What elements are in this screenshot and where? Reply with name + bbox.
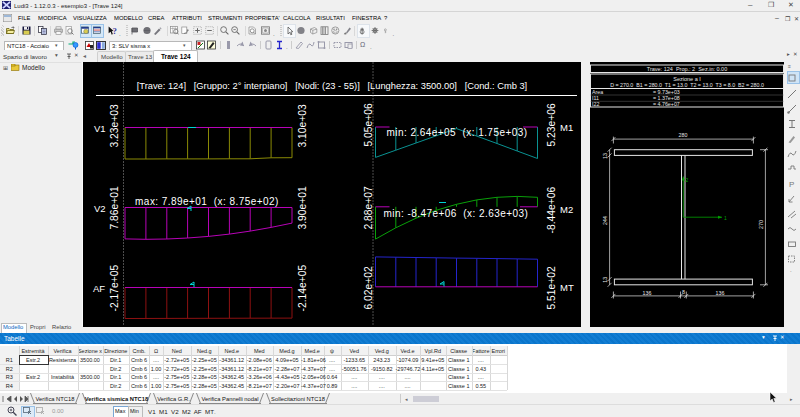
svg-text:= 4.76e+07: = 4.76e+07 [653,101,680,107]
svg-text:Trave: 124 Prop.: 2 Sez.in:: Trave: 124 Prop.: 2 Sez.in: 0.00 [647,65,728,71]
svg-text:7.86e+01: 7.86e+01 [109,185,120,229]
svg-text:3.23e+03: 3.23e+03 [109,103,120,147]
svg-text:MT: MT [560,281,574,292]
svg-text:[Trave: 124] [Gruppo: 2° int: [Trave: 124] [Gruppo: 2° interpiano] [No… [137,80,527,90]
svg-text:Area: Area [592,88,603,94]
svg-text:3.10e+03: 3.10e+03 [297,103,308,147]
svg-text:max: 7.89e+01 (x: 8.75e+02): max: 7.89e+01 (x: 8.75e+02) [135,195,279,206]
svg-text:5.23e+06: 5.23e+06 [546,102,557,146]
svg-text:-2.17e+05: -2.17e+05 [109,264,120,311]
svg-text:-2.14e+05: -2.14e+05 [297,264,308,311]
svg-text:5.05e+06: 5.05e+06 [363,102,374,146]
svg-text:min: 2.64e+05 (x: 1.75e+03): min: 2.64e+05 (x: 1.75e+03) [386,127,527,138]
svg-text:I22: I22 [592,101,599,107]
svg-text:5.51e+02: 5.51e+02 [546,265,557,309]
svg-text:2.88e+07: 2.88e+07 [363,185,374,229]
svg-text:244: 244 [602,216,608,225]
svg-text:-8.44e+06: -8.44e+06 [546,186,557,233]
svg-text:13: 13 [602,153,608,159]
svg-text:M2: M2 [560,203,573,214]
svg-text:?: ? [113,26,117,36]
svg-text:270: 270 [758,220,764,229]
svg-text:M1: M1 [560,121,573,132]
svg-text:8: 8 [682,288,685,294]
svg-text:6.02e+02: 6.02e+02 [363,265,374,309]
svg-text:= 1.37e+08: = 1.37e+08 [653,95,680,101]
svg-text:V1: V1 [94,122,106,133]
svg-text:136: 136 [643,289,652,295]
svg-text:Sezione a I: Sezione a I [673,75,701,81]
svg-text:13: 13 [602,276,608,282]
svg-text:= 9.73e+03: = 9.73e+03 [653,88,680,94]
svg-text:V2: V2 [94,202,106,213]
svg-text:I11: I11 [592,95,599,101]
svg-text:D = 270.0 B1 = 280.0 T1 = 13: D = 270.0 B1 = 280.0 T1 = 13.0 T2 = 13.0… [610,81,764,87]
svg-text:280: 280 [679,132,688,138]
svg-text:3.90e+01: 3.90e+01 [297,185,308,229]
svg-text:P: P [789,180,794,189]
svg-text:1: 1 [724,214,727,220]
svg-text:136: 136 [716,289,725,295]
svg-text:AF: AF [93,282,105,293]
svg-text:min: -8.47e+06 (x: 2.63e+03): min: -8.47e+06 (x: 2.63e+03) [384,207,529,218]
svg-text:2: 2 [686,176,689,182]
